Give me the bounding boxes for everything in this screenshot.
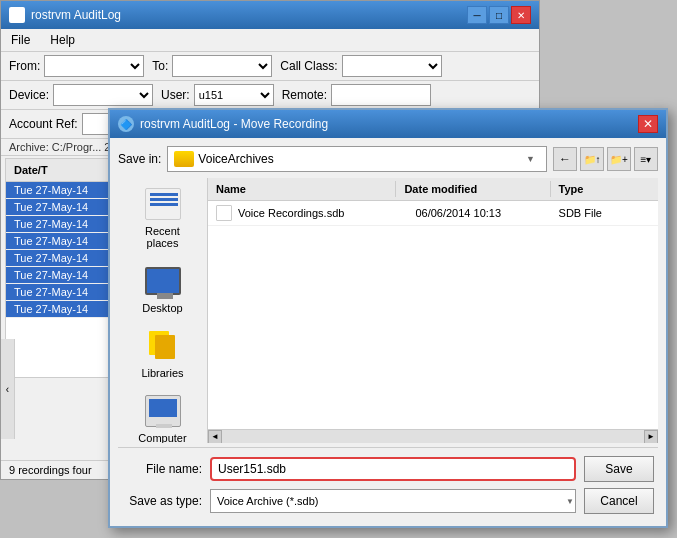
folder-name: VoiceArchives bbox=[198, 152, 273, 166]
libraries-icon bbox=[143, 328, 183, 364]
user-group: User: u151 bbox=[161, 84, 274, 106]
callclass-group: Call Class: bbox=[280, 55, 441, 77]
maximize-button[interactable]: □ bbox=[489, 6, 509, 24]
from-label: From: bbox=[9, 59, 40, 73]
scroll-left-indicator[interactable]: ‹ bbox=[1, 339, 15, 439]
filename-label: File name: bbox=[122, 462, 202, 476]
bottom-section: File name: Save Save as type: Voice Arch… bbox=[118, 447, 658, 518]
file-row-0[interactable]: Voice Recordings.sdb 06/06/2014 10:13 SD… bbox=[208, 201, 658, 226]
desktop-icon bbox=[143, 263, 183, 299]
up-folder-button[interactable]: 📁↑ bbox=[580, 147, 604, 171]
device-group: Device: bbox=[9, 84, 153, 106]
help-menu[interactable]: Help bbox=[44, 31, 81, 49]
toolbar-row-1: From: To: Call Class: bbox=[1, 52, 539, 81]
save-in-row: Save in: VoiceArchives ▼ ← 📁↑ 📁+ ≡▾ bbox=[118, 146, 658, 172]
callclass-label: Call Class: bbox=[280, 59, 337, 73]
file-name-0: Voice Recordings.sdb bbox=[238, 207, 409, 219]
remote-input[interactable] bbox=[331, 84, 431, 106]
computer-icon bbox=[143, 393, 183, 429]
dialog-title: rostrvm AuditLog - Move Recording bbox=[140, 117, 638, 131]
status-text: 9 recordings four bbox=[9, 464, 92, 476]
saveastype-wrapper: Voice Archive (*.sdb) ▼ bbox=[210, 489, 576, 513]
remote-label: Remote: bbox=[282, 88, 327, 102]
h-scrollbar: ◄ ► bbox=[208, 429, 658, 443]
cancel-button[interactable]: Cancel bbox=[584, 488, 654, 514]
saveastype-label: Save as type: bbox=[122, 494, 202, 508]
h-scroll-left[interactable]: ◄ bbox=[208, 430, 222, 444]
app-icon bbox=[9, 7, 25, 23]
save-in-select[interactable]: VoiceArchives ▼ bbox=[167, 146, 547, 172]
file-list-header: Name Date modified Type bbox=[208, 178, 658, 201]
dialog-icon: 🔷 bbox=[118, 116, 134, 132]
main-window-title: rostrvm AuditLog bbox=[31, 8, 467, 22]
new-folder-button[interactable]: 📁+ bbox=[607, 147, 631, 171]
callclass-select[interactable] bbox=[342, 55, 442, 77]
from-group: From: bbox=[9, 55, 144, 77]
file-menu[interactable]: File bbox=[5, 31, 36, 49]
menu-bar: File Help bbox=[1, 29, 539, 52]
h-scroll-right[interactable]: ► bbox=[644, 430, 658, 444]
dialog-body: Save in: VoiceArchives ▼ ← 📁↑ 📁+ ≡▾ bbox=[110, 138, 666, 526]
save-in-label: Save in: bbox=[118, 152, 161, 166]
file-date-0: 06/06/2014 10:13 bbox=[415, 207, 552, 219]
to-group: To: bbox=[152, 55, 272, 77]
folder-icon bbox=[174, 151, 194, 167]
dialog-close-button[interactable]: ✕ bbox=[638, 115, 658, 133]
device-select[interactable] bbox=[53, 84, 153, 106]
remote-group: Remote: bbox=[282, 84, 431, 106]
saveastype-row: Save as type: Voice Archive (*.sdb) ▼ Ca… bbox=[122, 488, 654, 514]
desktop-label: Desktop bbox=[142, 302, 182, 314]
filename-row: File name: Save bbox=[122, 456, 654, 482]
h-scroll-track[interactable] bbox=[222, 430, 644, 444]
col-name: Name bbox=[208, 181, 396, 197]
dialog-content: Recent places Desktop Libraries bbox=[118, 178, 658, 443]
nav-buttons: ← 📁↑ 📁+ ≡▾ bbox=[553, 147, 658, 171]
to-select[interactable] bbox=[172, 55, 272, 77]
left-item-libraries[interactable]: Libraries bbox=[123, 324, 203, 383]
close-button[interactable]: ✕ bbox=[511, 6, 531, 24]
recent-icon-shape bbox=[145, 188, 181, 220]
file-list-area: Name Date modified Type Voice Recordings… bbox=[208, 178, 658, 443]
title-bar-buttons: ─ □ ✕ bbox=[467, 6, 531, 24]
to-label: To: bbox=[152, 59, 168, 73]
col-date: Date modified bbox=[396, 181, 550, 197]
dialog-title-bar: 🔷 rostrvm AuditLog - Move Recording ✕ bbox=[110, 110, 666, 138]
desktop-icon-shape bbox=[145, 267, 181, 295]
move-recording-dialog: 🔷 rostrvm AuditLog - Move Recording ✕ Sa… bbox=[108, 108, 668, 528]
left-item-computer[interactable]: Computer bbox=[123, 389, 203, 443]
recent-places-label: Recent places bbox=[129, 225, 197, 249]
file-icon-0 bbox=[216, 205, 232, 221]
filename-input[interactable] bbox=[210, 457, 576, 481]
left-item-recent[interactable]: Recent places bbox=[123, 182, 203, 253]
toolbar-row-2: Device: User: u151 Remote: bbox=[1, 81, 539, 110]
view-button[interactable]: ≡▾ bbox=[634, 147, 658, 171]
computer-icon-shape bbox=[145, 395, 181, 427]
device-label: Device: bbox=[9, 88, 49, 102]
left-item-desktop[interactable]: Desktop bbox=[123, 259, 203, 318]
col-type: Type bbox=[551, 181, 658, 197]
user-label: User: bbox=[161, 88, 190, 102]
file-list-body: Voice Recordings.sdb 06/06/2014 10:13 SD… bbox=[208, 201, 658, 429]
account-ref-label: Account Ref: bbox=[9, 117, 78, 131]
computer-label: Computer bbox=[138, 432, 186, 443]
main-title-bar: rostrvm AuditLog ─ □ ✕ bbox=[1, 1, 539, 29]
recent-places-icon bbox=[143, 186, 183, 222]
from-select[interactable] bbox=[44, 55, 144, 77]
user-select[interactable]: u151 bbox=[194, 84, 274, 106]
libraries-icon-shape bbox=[145, 331, 181, 361]
saveastype-select[interactable]: Voice Archive (*.sdb) bbox=[210, 489, 576, 513]
save-button[interactable]: Save bbox=[584, 456, 654, 482]
libraries-label: Libraries bbox=[141, 367, 183, 379]
back-button[interactable]: ← bbox=[553, 147, 577, 171]
left-panel: Recent places Desktop Libraries bbox=[118, 178, 208, 443]
dropdown-arrow: ▼ bbox=[526, 154, 540, 164]
file-type-0: SDB File bbox=[559, 207, 650, 219]
minimize-button[interactable]: ─ bbox=[467, 6, 487, 24]
